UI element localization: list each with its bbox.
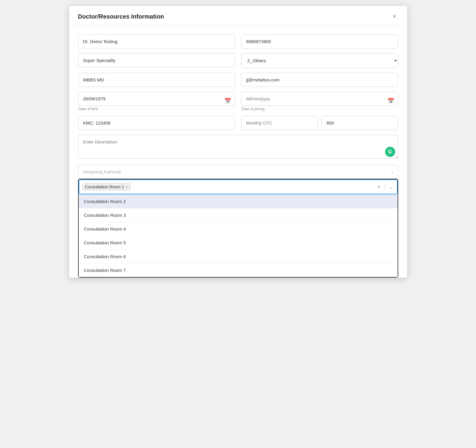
- field-doj: 📅 Date of joining: [241, 92, 398, 111]
- multiselect-input-row[interactable]: Consultation Room 1 × × ⌄: [79, 179, 398, 194]
- multiselect-divider: [384, 184, 385, 190]
- field-phone: [241, 34, 398, 49]
- email-input[interactable]: [241, 73, 398, 87]
- field-speciality: [78, 53, 235, 68]
- multiselect-chevron-button[interactable]: ⌄: [388, 184, 394, 190]
- dropdown-item-room5[interactable]: Consultation Room 5: [79, 236, 398, 250]
- phone-input[interactable]: [241, 34, 398, 49]
- field-email: [241, 73, 398, 87]
- modal-body: Z_Others General Specialist Super Specia…: [69, 26, 407, 278]
- dropdown-item-room2[interactable]: Consultation Room 2: [79, 195, 398, 208]
- dropdown-list: Consultation Room 2 Consultation Room 3 …: [79, 194, 398, 277]
- dropdown-item-room7[interactable]: Consultation Room 7: [79, 264, 398, 277]
- multiselect-container: Consultation Room 1 × × ⌄ Consultation R…: [78, 179, 398, 278]
- multiselect-tag-close-button[interactable]: ×: [125, 185, 128, 189]
- qualification-input[interactable]: [78, 73, 235, 87]
- multiselect-tag-label: Consultation Room 1: [85, 184, 124, 189]
- field-description: G: [78, 135, 398, 160]
- multiselect-clear-button[interactable]: ×: [376, 184, 381, 190]
- field-category: Z_Others General Specialist Super Specia…: [241, 53, 398, 68]
- ctc-pair: [241, 116, 398, 130]
- description-textarea[interactable]: [78, 135, 398, 159]
- category-select[interactable]: Z_Others General Specialist Super Specia…: [241, 53, 398, 68]
- field-ctc-value: [321, 116, 398, 130]
- row-name-phone: [78, 34, 398, 49]
- speciality-input[interactable]: [78, 53, 235, 67]
- doctor-name-input[interactable]: [78, 34, 235, 49]
- row-assigning: Assigning Authority ⌄: [78, 165, 398, 179]
- monthly-ctc-input[interactable]: [241, 116, 318, 130]
- doj-label: Date of joining: [241, 107, 398, 111]
- field-registration: [78, 116, 235, 130]
- dob-label: Date of birth: [78, 107, 235, 111]
- field-assigning-authority: Assigning Authority ⌄: [78, 165, 398, 179]
- row-speciality-category: Z_Others General Specialist Super Specia…: [78, 53, 398, 68]
- dropdown-item-room4[interactable]: Consultation Room 4: [79, 222, 398, 236]
- modal-title: Doctor/Resources Information: [78, 13, 164, 20]
- field-dob: 📅 Date of birth: [78, 92, 235, 111]
- dob-input[interactable]: [78, 92, 235, 106]
- field-monthly-ctc: [241, 116, 318, 130]
- close-button[interactable]: ×: [391, 13, 398, 20]
- row-dob-doj: 📅 Date of birth 📅 Date of joining: [78, 92, 398, 111]
- dropdown-item-room3[interactable]: Consultation Room 3: [79, 208, 398, 222]
- assigning-authority-select[interactable]: Assigning Authority: [78, 165, 398, 179]
- registration-input[interactable]: [78, 116, 235, 130]
- dropdown-item-room6[interactable]: Consultation Room 6: [79, 250, 398, 264]
- row-registration-ctc: [78, 116, 398, 130]
- doj-input[interactable]: [241, 92, 398, 106]
- multiselect-tag-room1: Consultation Room 1 ×: [82, 183, 130, 190]
- modal-container: Doctor/Resources Information × Z_Others …: [69, 6, 407, 278]
- multiselect-search-input[interactable]: [132, 184, 374, 190]
- grammarly-button[interactable]: G: [385, 147, 395, 157]
- field-qualification: [78, 73, 235, 87]
- ctc-value-input[interactable]: [321, 116, 398, 130]
- modal-header: Doctor/Resources Information ×: [69, 6, 407, 26]
- field-doctor-name: [78, 34, 235, 49]
- row-qualification-email: [78, 73, 398, 87]
